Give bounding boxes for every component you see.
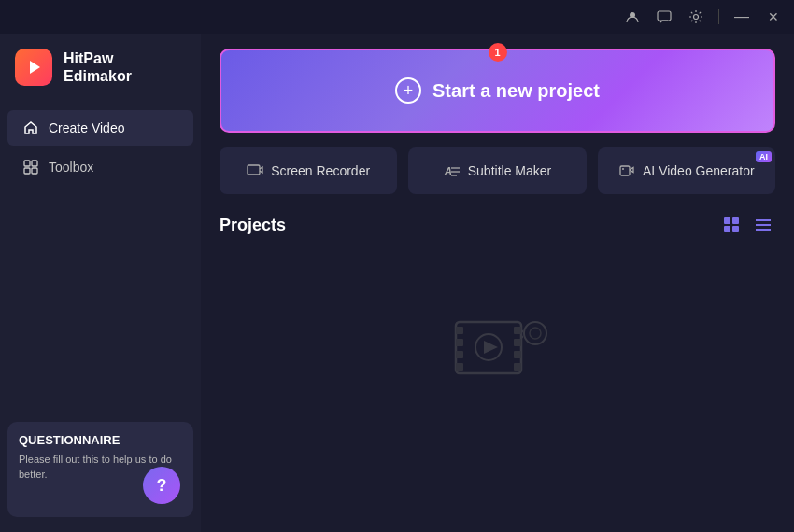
svg-rect-16 <box>732 217 739 224</box>
projects-header: Projects <box>220 213 775 237</box>
sidebar-item-create-video[interactable]: Create Video <box>7 110 193 146</box>
subtitle-maker-icon: A <box>444 162 461 179</box>
app-logo <box>15 49 52 86</box>
view-toggles <box>719 213 775 237</box>
separator <box>718 9 719 24</box>
ai-badge: AI <box>756 151 772 162</box>
svg-rect-4 <box>24 161 30 166</box>
tools-row: Screen Recorder A Subtitle Maker AI Vide… <box>220 147 775 194</box>
svg-rect-17 <box>724 226 730 232</box>
svg-rect-26 <box>456 363 463 371</box>
list-icon <box>755 217 772 233</box>
empty-projects-state <box>220 252 775 439</box>
svg-marker-3 <box>30 61 40 74</box>
toolbox-icon <box>22 159 39 175</box>
svg-rect-15 <box>724 217 730 224</box>
ai-video-generator-button[interactable]: AI Video Generator AI <box>598 147 775 194</box>
svg-point-14 <box>622 168 624 170</box>
minimize-button[interactable]: — <box>729 4 755 30</box>
new-project-button[interactable]: 1 + Start a new project <box>220 49 775 133</box>
svg-point-2 <box>694 15 699 20</box>
svg-marker-32 <box>484 341 498 354</box>
user-profile-icon[interactable] <box>619 4 645 30</box>
svg-rect-29 <box>514 351 521 358</box>
svg-rect-7 <box>32 168 37 174</box>
ai-video-generator-label: AI Video Generator <box>643 163 755 178</box>
svg-rect-1 <box>658 11 671 21</box>
svg-rect-5 <box>32 161 37 166</box>
main-content: 1 + Start a new project Screen Recorder … <box>201 34 794 532</box>
svg-rect-13 <box>620 166 630 175</box>
app-name: HitPaw Edimakor <box>64 49 132 85</box>
svg-point-33 <box>524 322 546 344</box>
questionnaire-icon: ? <box>143 467 180 504</box>
subtitle-maker-label: Subtitle Maker <box>468 163 551 178</box>
title-bar: — ✕ <box>0 0 794 34</box>
svg-rect-25 <box>456 351 463 358</box>
svg-rect-8 <box>248 165 260 175</box>
plus-icon: + <box>395 77 421 104</box>
screen-recorder-label: Screen Recorder <box>271 163 370 178</box>
screen-recorder-icon <box>247 162 263 179</box>
screen-recorder-button[interactable]: Screen Recorder <box>220 147 397 194</box>
svg-rect-30 <box>514 363 521 371</box>
sidebar-label-toolbox: Toolbox <box>49 160 93 175</box>
grid-icon <box>723 217 740 233</box>
questionnaire-title: QUESTIONNAIRE <box>19 433 182 447</box>
settings-icon[interactable] <box>683 4 709 30</box>
home-icon <box>22 119 39 136</box>
grid-view-toggle[interactable] <box>719 213 744 237</box>
empty-state-icon <box>437 294 559 397</box>
sidebar-item-toolbox[interactable]: Toolbox <box>7 149 193 185</box>
notification-badge: 1 <box>489 43 507 62</box>
projects-title: Projects <box>220 216 286 235</box>
subtitle-maker-button[interactable]: A Subtitle Maker <box>408 147 586 194</box>
sidebar: HitPaw Edimakor Create Video Toolbox QUE… <box>0 34 201 532</box>
svg-rect-23 <box>456 327 463 334</box>
new-project-label: Start a new project <box>432 80 600 102</box>
svg-rect-27 <box>514 327 521 334</box>
ai-video-generator-icon <box>618 162 635 179</box>
window-controls: — ✕ <box>619 4 787 30</box>
sidebar-label-create-video: Create Video <box>49 120 124 135</box>
list-view-toggle[interactable] <box>751 213 775 237</box>
svg-rect-18 <box>732 226 739 232</box>
svg-rect-24 <box>456 339 463 346</box>
chat-icon[interactable] <box>651 4 677 30</box>
questionnaire-card[interactable]: QUESTIONNAIRE Please fill out this to he… <box>7 422 193 517</box>
close-button[interactable]: ✕ <box>760 4 787 30</box>
svg-point-34 <box>530 328 541 339</box>
svg-text:A: A <box>444 165 452 176</box>
svg-rect-28 <box>514 339 521 346</box>
svg-rect-6 <box>24 168 30 174</box>
logo-area: HitPaw Edimakor <box>0 49 201 108</box>
